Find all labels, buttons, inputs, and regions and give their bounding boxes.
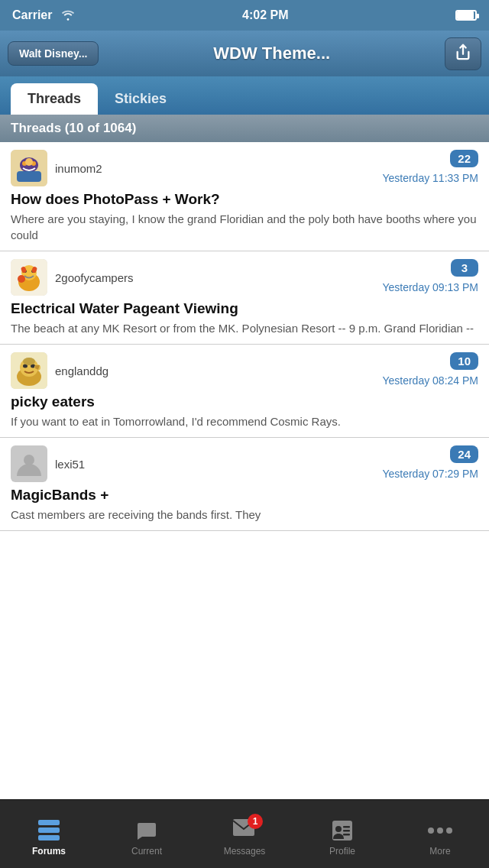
avatar [11, 445, 47, 482]
avatar [11, 150, 47, 186]
tab-messages-label: Messages [224, 846, 266, 857]
timestamp: Yesterday 09:13 PM [382, 281, 478, 293]
reply-count: 3 [451, 259, 478, 277]
tab-profile[interactable]: Profile [293, 800, 391, 868]
thread-preview: If you want to eat in Tomorrowland, I'd … [11, 413, 478, 429]
battery-icon [455, 10, 477, 21]
thread-item[interactable]: 2goofycampers 3 Yesterday 09:13 PM Elect… [0, 251, 489, 345]
clock: 4:02 PM [242, 8, 288, 22]
reply-count: 22 [450, 150, 478, 167]
avatar [11, 352, 47, 389]
tabs-bar: Threads Stickies [0, 76, 489, 115]
thread-preview: Cast members are receiving the bands fir… [11, 507, 478, 523]
svg-rect-5 [17, 171, 41, 182]
messages-icon: 1 [232, 818, 257, 843]
nav-bar: Walt Disney... WDW Theme... [0, 31, 489, 76]
svg-point-25 [335, 826, 342, 832]
thread-title: MagicBands + [11, 487, 478, 504]
svg-rect-27 [343, 830, 350, 832]
tab-threads[interactable]: Threads [11, 83, 98, 115]
thread-item[interactable]: inumom2 22 Yesterday 11:33 PM How does P… [0, 142, 489, 251]
tab-messages[interactable]: 1 Messages [196, 800, 293, 868]
profile-icon [330, 818, 355, 843]
thread-title: How does PhotoPass + Work? [11, 191, 478, 208]
timestamp: Yesterday 08:24 PM [382, 374, 478, 387]
current-icon [134, 818, 159, 843]
username: 2goofycampers [55, 271, 134, 284]
username: englanddg [55, 364, 108, 377]
reply-count: 10 [450, 352, 478, 370]
carrier-label: Carrier [12, 8, 52, 22]
thread-title: picky eaters [11, 394, 478, 410]
avatar [11, 259, 47, 296]
tab-more[interactable]: More [391, 800, 489, 868]
svg-rect-26 [343, 826, 350, 828]
nav-title: WDW Theme... [105, 44, 439, 63]
username: lexi51 [55, 458, 85, 471]
tab-profile-label: Profile [329, 846, 355, 857]
svg-point-20 [23, 358, 35, 365]
tab-stickies[interactable]: Stickies [98, 83, 183, 115]
reply-count: 24 [450, 445, 478, 463]
back-button[interactable]: Walt Disney... [8, 41, 99, 66]
thread-preview: The beach at any MK Resort or from the M… [11, 320, 478, 336]
bottom-tab-bar: Forums Current 1 Messages [0, 799, 489, 868]
timestamp: Yesterday 07:29 PM [382, 468, 478, 480]
svg-point-22 [24, 455, 34, 465]
tab-current[interactable]: Current [98, 800, 196, 868]
thread-item[interactable]: englanddg 10 Yesterday 08:24 PM picky ea… [0, 345, 489, 438]
svg-point-14 [18, 275, 25, 283]
tab-current-label: Current [131, 846, 162, 857]
tab-forums[interactable]: Forums [0, 800, 98, 868]
tab-forums-label: Forums [32, 846, 66, 857]
message-badge-count: 1 [248, 814, 263, 829]
share-button[interactable] [445, 37, 481, 70]
svg-point-29 [428, 828, 434, 834]
svg-point-31 [446, 828, 452, 834]
thread-title: Electrical Water Pageant Viewing [11, 300, 478, 317]
status-bar: Carrier 4:02 PM [0, 0, 489, 31]
section-header: Threads (10 of 1064) [0, 115, 489, 142]
more-icon [428, 818, 452, 843]
svg-point-30 [437, 828, 443, 834]
thread-preview: Where are you staying, I know the grand … [11, 211, 478, 243]
username: inumom2 [55, 162, 102, 175]
tab-more-label: More [429, 846, 450, 857]
forums-icon [37, 818, 61, 843]
thread-list: inumom2 22 Yesterday 11:33 PM How does P… [0, 142, 489, 799]
svg-rect-28 [343, 834, 350, 836]
thread-item[interactable]: lexi51 24 Yesterday 07:29 PM MagicBands … [0, 438, 489, 531]
timestamp: Yesterday 11:33 PM [382, 172, 478, 184]
svg-point-6 [25, 158, 33, 166]
